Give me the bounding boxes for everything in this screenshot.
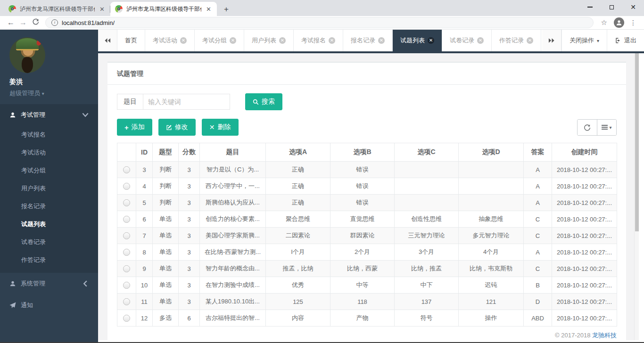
scroll-tabs-right-button[interactable] xyxy=(542,30,561,51)
row-radio-button[interactable] xyxy=(123,315,130,322)
cell-id: 7 xyxy=(136,228,153,244)
row-radio-button[interactable] xyxy=(123,232,130,239)
sidebar-item-system-management[interactable]: 系统管理 xyxy=(0,273,98,294)
user-role-dropdown[interactable]: 超级管理员 ▾ xyxy=(9,89,89,98)
page-tab[interactable]: 用户列表✕ xyxy=(244,30,294,51)
tab-close-icon[interactable]: ✕ xyxy=(477,37,484,44)
cell-d: 迟钝 xyxy=(459,277,524,294)
page-info-icon[interactable] xyxy=(51,19,58,26)
cell-id: 9 xyxy=(136,261,153,277)
row-radio-button[interactable] xyxy=(123,265,130,272)
search-input[interactable] xyxy=(143,94,230,110)
tab-close-icon[interactable]: ✕ xyxy=(378,37,385,44)
search-button[interactable]: 搜索 xyxy=(245,93,282,110)
table-row: 12多选6吉尔福特提出的智...内容产物符号操作ABD2018-10-12 00… xyxy=(117,310,617,327)
browser-tab[interactable]: 泸州市龙马潭区科级领导干部任前✕ xyxy=(110,2,217,16)
address-bar[interactable]: localhost:81/admin/ xyxy=(45,17,594,28)
sidebar-section-system: 系统管理 xyxy=(0,273,98,294)
window-controls: ✕ xyxy=(579,0,644,14)
forward-button[interactable]: → xyxy=(17,18,29,27)
plus-icon: + xyxy=(124,124,129,131)
bookmark-star-icon[interactable]: ☆ xyxy=(597,18,611,27)
cell-score: 3 xyxy=(179,261,200,277)
vertical-scrollbar[interactable] xyxy=(634,53,639,340)
reload-button[interactable] xyxy=(29,18,41,27)
tab-close-icon[interactable]: ✕ xyxy=(428,37,434,44)
table-column-header: 创建时间 xyxy=(552,143,617,162)
restore-button[interactable] xyxy=(601,0,622,14)
sidebar-subitem[interactable]: 考试报名 xyxy=(0,126,98,144)
copyright-text: © 2017-2018 xyxy=(555,332,592,339)
logout-button[interactable]: 退出 xyxy=(607,30,644,51)
page-tab[interactable]: 报名记录✕ xyxy=(343,30,393,51)
sidebar-item-exam-management[interactable]: 考试管理 xyxy=(0,104,98,126)
columns-dropdown-button[interactable]: ▾ xyxy=(597,120,616,135)
page-tab[interactable]: 试题列表✕ xyxy=(393,30,442,51)
row-radio-button[interactable] xyxy=(123,183,130,190)
cell-type: 判断 xyxy=(153,178,179,195)
cell-created: 2018-10-12 00:27:... xyxy=(552,244,617,261)
page-tab[interactable]: 作答记录✕ xyxy=(492,30,541,51)
cell-type: 单选 xyxy=(153,261,179,277)
browser-menu-icon[interactable]: ⋮ xyxy=(627,19,639,26)
new-tab-button[interactable]: + xyxy=(220,3,233,16)
row-radio-button[interactable] xyxy=(123,216,130,223)
sidebar-subitem[interactable]: 试卷记录 xyxy=(0,233,98,251)
page-tab[interactable]: 试卷记录✕ xyxy=(442,30,492,51)
company-link[interactable]: 龙驰科技 xyxy=(592,332,617,339)
sidebar-subitem[interactable]: 用户列表 xyxy=(0,180,98,197)
edit-button[interactable]: 修改 xyxy=(158,119,196,136)
sidebar-subitem[interactable]: 试题列表 xyxy=(0,215,98,233)
tab-close-icon[interactable]: ✕ xyxy=(527,37,533,44)
tab-close-icon[interactable]: ✕ xyxy=(329,37,335,44)
page-tab-label: 试题列表 xyxy=(400,36,425,45)
page-tab[interactable]: 首页 xyxy=(117,30,145,51)
sidebar-subitem[interactable]: 报名记录 xyxy=(0,197,98,215)
scrollbar-thumb[interactable] xyxy=(635,53,639,231)
delete-button[interactable]: ✕删除 xyxy=(202,119,239,136)
back-button[interactable]: ← xyxy=(5,18,17,27)
tab-close-icon[interactable]: ✕ xyxy=(205,6,212,13)
tab-close-icon[interactable]: ✕ xyxy=(230,37,236,44)
page-tab[interactable]: 考试活动✕ xyxy=(145,30,195,51)
cell-score: 6 xyxy=(179,310,200,327)
sidebar-subitem[interactable]: 考试活动 xyxy=(0,144,98,162)
row-radio-button[interactable] xyxy=(123,199,130,206)
main-area: 首页考试活动✕考试分组✕用户列表✕考试报名✕报名记录✕试题列表✕试卷记录✕作答记… xyxy=(98,30,644,342)
browser-tab[interactable]: 泸州市龙马潭区科级领导干部任前✕ xyxy=(4,2,110,16)
table-column-header: ID xyxy=(136,143,153,162)
cell-type: 单选 xyxy=(153,294,179,310)
cell-d: 121 xyxy=(459,294,524,310)
tab-close-icon[interactable]: ✕ xyxy=(279,37,286,44)
cell-id: 12 xyxy=(136,310,153,327)
browser-profile-button[interactable] xyxy=(614,17,624,28)
row-radio-button[interactable] xyxy=(123,166,130,173)
cell-created: 2018-10-12 00:27:... xyxy=(552,162,617,178)
tab-close-icon[interactable]: ✕ xyxy=(180,37,187,44)
cell-type: 单选 xyxy=(153,228,179,244)
avatar[interactable] xyxy=(9,37,45,73)
table-column-header xyxy=(117,143,136,162)
page-tab[interactable]: 考试分组✕ xyxy=(195,30,244,51)
cell-b: 2个月 xyxy=(330,244,395,261)
close-window-button[interactable]: ✕ xyxy=(622,0,644,14)
cell-d xyxy=(459,162,524,178)
row-radio-button[interactable] xyxy=(123,282,130,289)
sidebar-item-notifications[interactable]: 通知 xyxy=(0,294,98,316)
tab-close-icon[interactable]: ✕ xyxy=(99,6,106,13)
page-title: 试题管理 xyxy=(107,63,626,85)
row-radio-button[interactable] xyxy=(123,298,130,305)
cell-created: 2018-10-12 00:27:... xyxy=(552,310,617,327)
sidebar-subitem[interactable]: 考试分组 xyxy=(0,162,98,180)
minimize-button[interactable] xyxy=(579,0,601,14)
url-text[interactable]: localhost:81/admin/ xyxy=(62,19,115,26)
close-operations-dropdown[interactable]: 关闭操作▾ xyxy=(561,30,607,51)
scroll-tabs-left-button[interactable] xyxy=(98,30,117,51)
sidebar-subitem[interactable]: 作答记录 xyxy=(0,251,98,269)
search-field-label: 题目 xyxy=(117,94,143,110)
page-tab[interactable]: 考试报名✕ xyxy=(294,30,343,51)
row-select-cell xyxy=(117,211,136,228)
row-radio-button[interactable] xyxy=(123,249,130,256)
add-button[interactable]: +添加 xyxy=(117,119,152,136)
refresh-button[interactable] xyxy=(578,120,597,135)
